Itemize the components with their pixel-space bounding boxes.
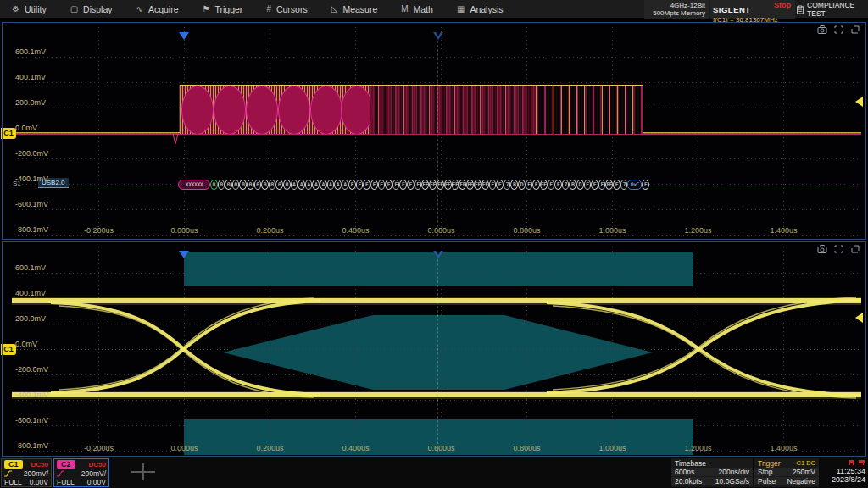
channel-scale: 200mV/ xyxy=(24,469,48,478)
menu-item[interactable]: ⚙ Utility xyxy=(0,0,58,19)
plot-frame xyxy=(2,22,866,240)
menu-item[interactable]: ∿ Acquire xyxy=(125,0,191,19)
menu-item-label: Cursors xyxy=(276,4,308,14)
menu-item-icon: ⚑ xyxy=(203,4,210,14)
status-bar: C1 DC50 200mV/ FULL 0.00V C2 DC50 200mV/… xyxy=(0,458,868,488)
menu-item[interactable]: ◺ Measure xyxy=(320,0,390,19)
slope-icon xyxy=(4,470,12,477)
compliance-test-button[interactable]: COMPLIANCE TEST xyxy=(797,0,868,19)
channel-offset: 0.00V xyxy=(30,478,48,486)
menu-item-label: Acquire xyxy=(148,4,179,14)
menu-item-label: Analysis xyxy=(470,4,503,14)
slope-icon xyxy=(57,470,64,477)
menu-item[interactable]: ⚑ Trigger xyxy=(191,0,255,19)
timebase-delay: 600ns xyxy=(675,468,694,476)
trigger-slope: Negative xyxy=(787,477,815,485)
channel-badge: C1 xyxy=(4,460,23,469)
spec-bandwidth: 4GHz-12Bit xyxy=(644,2,705,9)
trigger-type: Pulse xyxy=(758,477,776,485)
menu-item-icon: ▦ xyxy=(457,4,465,14)
timebase-memory: 20.0kpts xyxy=(675,477,702,485)
compliance-icon xyxy=(797,5,804,14)
clock-box[interactable]: 11:25:34 2023/8/24 xyxy=(821,458,867,487)
menu-item[interactable]: # Cursors xyxy=(254,0,319,19)
spec-memory: 500Mpts Memory xyxy=(644,9,705,17)
menu-item-icon: ∿ xyxy=(136,4,143,14)
clock-time: 11:25:34 xyxy=(822,467,865,475)
channel-box-c2[interactable]: C2 DC50 200mV/ FULL 0.00V xyxy=(53,458,109,487)
channel-coupling: DC50 xyxy=(31,461,48,469)
channel-coupling: DC50 xyxy=(89,461,106,469)
channel-bandwidth: FULL xyxy=(57,478,75,486)
lan-icon xyxy=(848,459,855,466)
menu-item-label: Measure xyxy=(342,4,377,14)
brand-block: SIGLENT Stop f(C1) = 36.81367MHz xyxy=(710,0,795,19)
trigger-title: Trigger xyxy=(758,459,781,468)
menu-item-icon: ⚙ xyxy=(12,4,19,14)
brand-logo: SIGLENT xyxy=(713,5,751,14)
channel-scale: 200mV/ xyxy=(81,469,106,478)
timebase-title: Timebase xyxy=(671,458,753,468)
trigger-level: 250mV xyxy=(793,468,815,476)
menu-bar: ⚙ Utility ▢ Display ∿ Acquire ⚑ Trigger … xyxy=(0,0,868,19)
menu-items: ⚙ Utility ▢ Display ∿ Acquire ⚑ Trigger … xyxy=(0,0,515,19)
menu-item-label: Display xyxy=(83,4,112,14)
menu-item[interactable]: M Math xyxy=(389,0,445,19)
plot-frame xyxy=(2,241,866,457)
trigger-state: Stop xyxy=(758,468,773,476)
timebase-box[interactable]: Timebase 600ns 200ns/div 20.0kpts 10.0GS… xyxy=(671,458,753,487)
clock-date: 2023/8/24 xyxy=(822,475,865,484)
lan-icon xyxy=(858,459,865,466)
menu-item[interactable]: ▦ Analysis xyxy=(445,0,515,19)
menu-item-icon: # xyxy=(266,4,271,14)
menu-item-label: Utility xyxy=(25,4,47,14)
channel-badge: C2 xyxy=(57,460,75,469)
menu-item-label: Trigger xyxy=(215,4,243,14)
channel-box-c1[interactable]: C1 DC50 200mV/ FULL 0.00V xyxy=(1,458,52,487)
trigger-box[interactable]: Trigger C1 DC Stop 250mV Pulse Negative xyxy=(754,458,819,487)
timebase-rate: 10.0GSa/s xyxy=(715,477,749,485)
timebase-scale: 200ns/div xyxy=(719,468,749,476)
menu-item[interactable]: ▢ Display xyxy=(58,0,125,19)
eye-diagram-plot[interactable]: 600.1mV400.1mV200.0mV0.0mV-200.0mV-400.1… xyxy=(0,241,868,457)
channel-bandwidth: FULL xyxy=(4,478,22,486)
menu-item-label: Math xyxy=(414,4,433,14)
menu-item-icon: M xyxy=(401,4,408,14)
channel-offset: 0.00V xyxy=(87,478,106,486)
add-channel-button[interactable] xyxy=(131,463,155,480)
menu-item-icon: ▢ xyxy=(70,4,78,14)
trigger-source: C1 DC xyxy=(796,459,815,468)
scope-spec: 4GHz-12Bit 500Mpts Memory xyxy=(644,0,709,19)
waveform-plot[interactable]: S1 USB2.0 XXXXXX00000000000AAAAAAAAEEEEE… xyxy=(0,22,868,240)
compliance-label: COMPLIANCE TEST xyxy=(807,1,868,18)
lan-status-icons xyxy=(822,459,865,467)
run-state-badge[interactable]: Stop xyxy=(774,1,791,9)
menu-item-icon: ◺ xyxy=(331,4,338,14)
